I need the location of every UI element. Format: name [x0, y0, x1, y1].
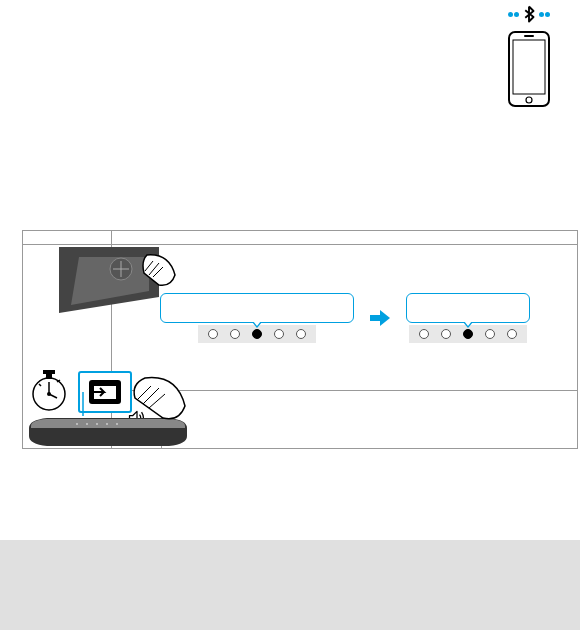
led-off [230, 329, 240, 339]
bluetooth-icon [520, 5, 538, 23]
svg-point-9 [86, 423, 88, 425]
arrow-right-icon [370, 310, 390, 326]
svg-rect-5 [46, 374, 52, 379]
led-off [485, 329, 495, 339]
illustration-cell [23, 245, 112, 449]
instruction-table [22, 230, 578, 449]
signal-dot [514, 12, 519, 17]
svg-point-7 [47, 392, 51, 396]
led-state-before [160, 293, 354, 343]
svg-rect-1 [513, 40, 545, 94]
header-area [0, 0, 580, 230]
audio-description-cell [162, 391, 578, 449]
led-off [419, 329, 429, 339]
svg-point-11 [106, 423, 108, 425]
svg-rect-6 [43, 370, 55, 374]
footer-band [0, 540, 580, 630]
svg-rect-3 [524, 35, 534, 37]
led-state-after [406, 293, 530, 343]
led-on [252, 329, 262, 339]
led-off [296, 329, 306, 339]
signal-dot [539, 12, 544, 17]
led-off [441, 329, 451, 339]
signal-dot [545, 12, 550, 17]
press-source-button-icon [27, 364, 189, 446]
callout-box [160, 293, 354, 323]
phone-bluetooth-group [508, 5, 550, 111]
led-on [463, 329, 473, 339]
signal-dot [508, 12, 513, 17]
callout-box [406, 293, 530, 323]
led-off [274, 329, 284, 339]
header-cell-2 [112, 231, 578, 245]
led-off [507, 329, 517, 339]
bluetooth-signal-row [508, 5, 550, 23]
svg-point-8 [76, 423, 78, 425]
smartphone-icon [508, 31, 550, 107]
header-cell-1 [23, 231, 112, 245]
svg-point-10 [96, 423, 98, 425]
led-off [208, 329, 218, 339]
svg-point-12 [116, 423, 118, 425]
